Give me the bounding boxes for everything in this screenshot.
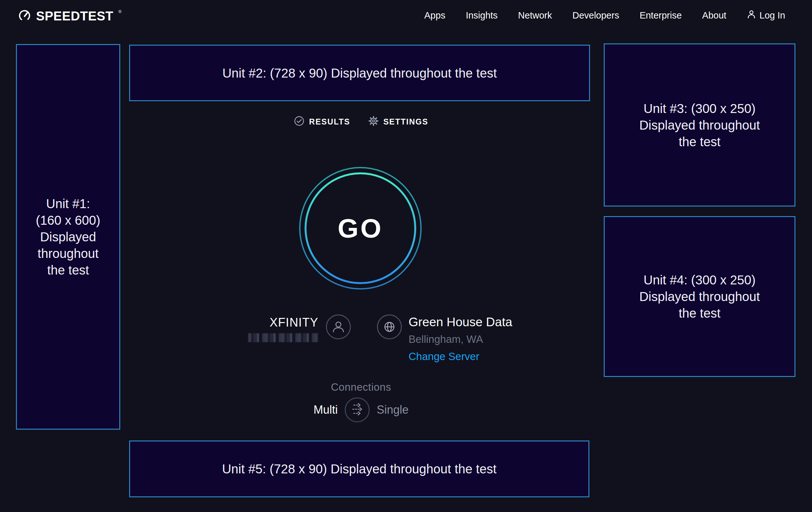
connections-label: Connections [331, 381, 391, 393]
change-server-link[interactable]: Change Server [409, 350, 512, 362]
redacted-ip [248, 333, 318, 342]
ad-unit-5-text: Unit #5: (728 x 90) Displayed throughout… [222, 461, 497, 477]
connections-single-option[interactable]: Single [377, 403, 409, 416]
tab-results[interactable]: RESULTS [294, 115, 350, 128]
nav-item-enterprise[interactable]: Enterprise [639, 10, 682, 21]
nav-item-network[interactable]: Network [518, 10, 552, 21]
speedtest-page: SPEEDTEST ® Apps Insights Network Develo… [0, 0, 812, 512]
connections-toggle-button[interactable] [345, 397, 370, 422]
speedometer-gauge-icon [18, 9, 32, 23]
isp-name: XFINITY [269, 315, 318, 329]
user-circle-icon [326, 315, 351, 339]
settings-tab-label: SETTINGS [383, 117, 428, 127]
ad-unit-3[interactable]: Unit #3: (300 x 250) Displayed throughou… [604, 44, 795, 207]
server-name: Green House Data [409, 315, 512, 329]
login-button[interactable]: Log In [747, 9, 785, 21]
ad-unit-2[interactable]: Unit #2: (728 x 90) Displayed throughout… [129, 45, 590, 101]
globe-icon [377, 315, 402, 339]
go-label: GO [297, 164, 424, 292]
connections-multi-option[interactable]: Multi [314, 403, 338, 416]
server-block: Green House Data Bellingham, WA Change S… [409, 315, 512, 362]
brand-name: SPEEDTEST [36, 9, 113, 23]
nav-item-insights[interactable]: Insights [466, 10, 497, 21]
brand-trademark: ® [118, 9, 121, 14]
login-label: Log In [759, 10, 785, 21]
user-icon [747, 9, 756, 21]
view-tabs: RESULTS [294, 115, 428, 128]
multi-connection-arrows-icon [345, 397, 370, 423]
ad-unit-1[interactable]: Unit #1: (160 x 600) Displayed throughou… [16, 44, 120, 430]
nav-item-about[interactable]: About [702, 10, 727, 21]
ad-unit-2-text: Unit #2: (728 x 90) Displayed throughout… [222, 65, 497, 81]
results-tab-label: RESULTS [309, 117, 350, 127]
nav-item-apps[interactable]: Apps [424, 10, 445, 21]
go-button[interactable]: GO [297, 164, 424, 292]
ad-unit-3-text: Unit #3: (300 x 250) Displayed throughou… [639, 100, 760, 150]
gear-icon [368, 115, 379, 128]
nav-item-developers[interactable]: Developers [573, 10, 619, 21]
tab-settings[interactable]: SETTINGS [368, 115, 428, 128]
check-circle-icon [294, 115, 304, 128]
top-nav: Apps Insights Network Developers Enterpr… [424, 0, 785, 31]
speedtest-logo[interactable]: SPEEDTEST ® [18, 9, 121, 23]
ad-unit-1-text: Unit #1: (160 x 600) Displayed throughou… [36, 195, 100, 278]
ad-unit-4-text: Unit #4: (300 x 250) Displayed throughou… [639, 272, 760, 321]
ad-unit-5[interactable]: Unit #5: (728 x 90) Displayed throughout… [129, 440, 589, 497]
isp-block: XFINITY [223, 315, 318, 342]
connections-toggle-row: Multi Single [314, 397, 409, 422]
server-location: Bellingham, WA [409, 333, 512, 345]
ad-unit-4[interactable]: Unit #4: (300 x 250) Displayed throughou… [604, 216, 795, 377]
